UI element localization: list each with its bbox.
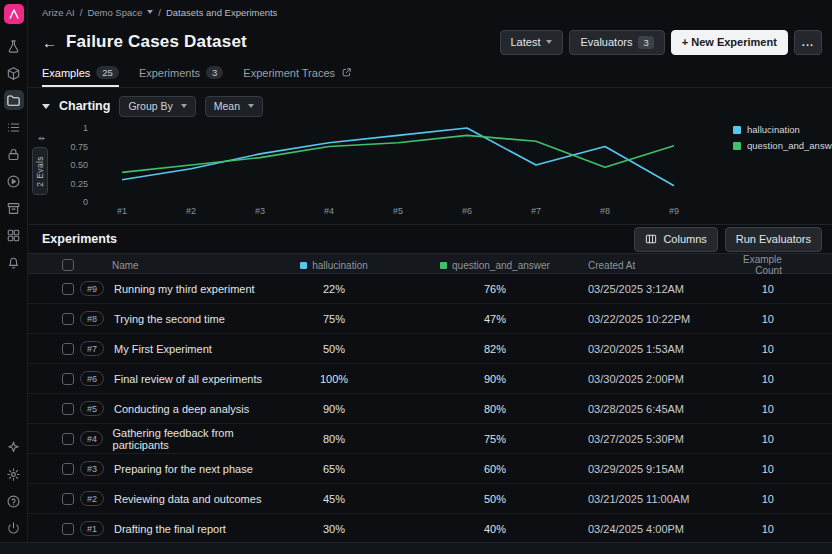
created-at-value: 03/21/2025 11:00AM (588, 493, 743, 505)
breadcrumb-space[interactable]: Arize AI (42, 7, 75, 18)
evaluators-label: Evaluators (580, 36, 632, 48)
breadcrumb-separator: / (158, 7, 161, 18)
created-at-value: 03/30/2025 2:00PM (588, 373, 743, 385)
help-icon[interactable] (4, 491, 24, 511)
row-checkbox[interactable] (62, 343, 74, 355)
tab-experiments[interactable]: Experiments 3 (139, 60, 223, 87)
qa-header-label: question_and_answer (452, 260, 550, 271)
sparkle-icon[interactable] (4, 437, 24, 457)
legend-item-hallucination[interactable]: hallucination (733, 124, 832, 135)
main-content: Arize AI / Demo Space / Datasets and Exp… (28, 0, 832, 554)
x-axis-label: #8 (589, 206, 621, 216)
tab-experiment-traces[interactable]: Experiment Traces (243, 60, 352, 87)
example-count-value: 10 (743, 463, 832, 475)
qa-color-swatch (440, 262, 447, 269)
row-checkbox[interactable] (62, 433, 74, 445)
collapse-caret-icon[interactable] (42, 104, 50, 109)
evals-count-tag[interactable]: 2 Evals (32, 147, 48, 195)
experiment-name: Reviewing data and outcomes (114, 493, 261, 505)
legend-swatch (733, 126, 741, 134)
legend-item-question_and_answer[interactable]: question_and_answer (733, 140, 832, 151)
hallucination-value: 50% (266, 343, 402, 355)
select-all-checkbox[interactable] (62, 259, 74, 271)
x-axis-label: #4 (313, 206, 345, 216)
row-checkbox[interactable] (62, 373, 74, 385)
row-checkbox[interactable] (62, 283, 74, 295)
qa-value: 82% (402, 343, 588, 355)
grid-icon[interactable] (4, 225, 24, 245)
latest-dropdown[interactable]: Latest (500, 30, 564, 55)
row-checkbox[interactable] (62, 403, 74, 415)
column-header-question-and-answer[interactable]: question_and_answer (402, 260, 588, 271)
charting-title: Charting (59, 99, 110, 113)
chart-legend: hallucinationquestion_and_answer (733, 124, 832, 151)
row-checkbox[interactable] (62, 463, 74, 475)
experiment-id-badge: #9 (80, 281, 104, 296)
experiments-section: Experiments Columns Run Evaluators Name … (28, 225, 832, 544)
experiment-name: Drafting the final report (114, 523, 226, 535)
archive-icon[interactable] (4, 198, 24, 218)
hallucination-value: 90% (266, 403, 402, 415)
x-axis-label: #9 (658, 206, 690, 216)
expand-evals-icon[interactable] (34, 132, 48, 144)
back-button[interactable]: ← (42, 35, 57, 50)
created-at-value: 03/29/2025 9:15AM (588, 463, 743, 475)
horizontal-scrollbar[interactable] (0, 542, 832, 554)
table-row[interactable]: #9 Running my third experiment 22% 76% 0… (28, 274, 832, 304)
list-icon[interactable] (4, 117, 24, 137)
run-evaluators-button[interactable]: Run Evaluators (725, 227, 822, 252)
x-axis-label: #3 (244, 206, 276, 216)
run-evaluators-label: Run Evaluators (736, 233, 811, 245)
example-count-value: 10 (743, 403, 832, 415)
table-row[interactable]: #7 My First Experiment 50% 82% 03/20/202… (28, 334, 832, 364)
folder-icon[interactable] (4, 90, 24, 110)
tab-examples[interactable]: Examples 25 (42, 60, 119, 87)
new-experiment-button[interactable]: + New Experiment (671, 30, 788, 55)
qa-value: 90% (402, 373, 588, 385)
evaluators-button[interactable]: Evaluators 3 (569, 30, 664, 55)
examples-count-badge: 25 (96, 66, 119, 79)
chevron-down-icon[interactable] (147, 10, 153, 14)
table-row[interactable]: #3 Preparing for the next phase 65% 60% … (28, 454, 832, 484)
table-row[interactable]: #2 Reviewing data and outcomes 45% 50% 0… (28, 484, 832, 514)
hallucination-value: 75% (266, 313, 402, 325)
column-header-name[interactable]: Name (80, 260, 266, 271)
experiments-title: Experiments (42, 232, 117, 246)
row-checkbox[interactable] (62, 313, 74, 325)
lock-icon[interactable] (4, 144, 24, 164)
created-at-value: 03/24/2025 4:00PM (588, 523, 743, 535)
x-axis-label: #5 (382, 206, 414, 216)
group-by-select[interactable]: Group By (119, 96, 195, 117)
table-row[interactable]: #4 Gathering feedback from participants … (28, 424, 832, 454)
hallucination-value: 45% (266, 493, 402, 505)
table-row[interactable]: #1 Drafting the final report 30% 40% 03/… (28, 514, 832, 544)
row-checkbox[interactable] (62, 523, 74, 535)
row-checkbox[interactable] (62, 493, 74, 505)
power-icon[interactable] (4, 518, 24, 538)
more-options-button[interactable]: ... (794, 30, 822, 55)
breadcrumb-page[interactable]: Datasets and Experiments (166, 7, 277, 18)
bell-icon[interactable] (4, 252, 24, 272)
table-row[interactable]: #8 Trying the second time 75% 47% 03/22/… (28, 304, 832, 334)
experiment-name: Gathering feedback from participants (113, 427, 266, 451)
hallucination-value: 80% (266, 433, 402, 445)
example-count-value: 10 (743, 313, 832, 325)
experiment-name: Trying the second time (114, 313, 225, 325)
table-row[interactable]: #5 Conducting a deep analysis 90% 80% 03… (28, 394, 832, 424)
flask-icon[interactable] (4, 36, 24, 56)
experiment-id-badge: #4 (80, 431, 103, 446)
aggregation-select[interactable]: Mean (205, 96, 263, 117)
arize-logo[interactable] (4, 4, 24, 24)
play-circle-icon[interactable] (4, 171, 24, 191)
gear-icon[interactable] (4, 464, 24, 484)
table-row[interactable]: #6 Final review of all experiments 100% … (28, 364, 832, 394)
breadcrumb-project[interactable]: Demo Space (87, 7, 142, 18)
column-header-hallucination[interactable]: hallucination (266, 260, 402, 271)
y-axis-label: 0.75 (56, 142, 88, 152)
legend-swatch (733, 142, 741, 150)
example-count-value: 10 (743, 283, 832, 295)
column-header-created-at[interactable]: Created At (588, 260, 743, 271)
columns-button[interactable]: Columns (634, 227, 717, 252)
cube-icon[interactable] (4, 63, 24, 83)
column-header-example-count[interactable]: Example Count (743, 254, 832, 276)
